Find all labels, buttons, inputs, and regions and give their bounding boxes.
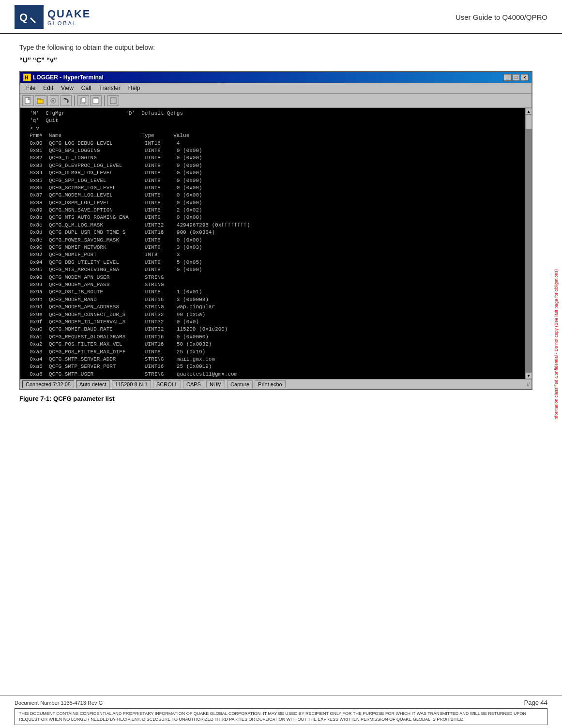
terminal-line: 0x92 QCFG_MDMIF_PORT INT8 3 — [23, 251, 523, 258]
menu-view[interactable]: View — [57, 84, 77, 92]
terminal-line: 0xa2 QCFG_POS_FILTER_MAX_VEL UINT16 50 (… — [23, 341, 523, 348]
svg-rect-14 — [93, 98, 99, 104]
terminal-line: 0xa3 QCFG_POS_FILTER_MAX_DIFF UINT8 25 (… — [23, 349, 523, 356]
terminal-line: 0x88 QCFG_OSPM_LOG_LEVEL UINT8 0 (0x00) — [23, 199, 523, 207]
confidential-sidebar: Information classified Confidential - Do… — [551, 39, 562, 651]
toolbar-dial[interactable] — [60, 95, 72, 106]
svg-text:Q: Q — [19, 11, 28, 23]
confidential-text: Information classified Confidential - Do… — [554, 269, 560, 421]
terminal-line: 0x98 QCFG_MODEM_APN_USER STRING — [23, 274, 523, 281]
terminal-line: 0x9b QCFG_MODEM_BAND UINT16 3 (0x0003) — [23, 296, 523, 303]
titlebar: H LOGGER - HyperTerminal _ □ × — [20, 72, 532, 83]
terminal-line: 0x8e QCFG_POWER_SAVING_MASK UINT8 0 (0x0… — [23, 237, 523, 244]
scroll-up-button[interactable]: ▲ — [525, 108, 532, 115]
terminal-line: 0x95 QCFG_MTS_ARCHIVING_ENA UINT8 0 (0x0… — [23, 266, 523, 273]
page-footer: Document Number 1135-4713 Rev G Page 44 … — [0, 696, 562, 728]
menu-call[interactable]: Call — [77, 84, 95, 92]
status-num: NUM — [206, 380, 225, 388]
menu-edit[interactable]: Edit — [39, 84, 57, 92]
terminal-line: 0x83 QCFG_DLEVPROC_LOG_LEVEL UINT8 0 (0x… — [23, 162, 523, 169]
terminal-line: 0x9f QCFG_MODEM_ID_INTERVAL_S UINT32 0 (… — [23, 318, 523, 326]
toolbar — [20, 94, 532, 108]
status-auto-detect: Auto detect — [76, 380, 110, 388]
terminal-line: 0x8d QCFG_DUPL_USR_CMD_TIME_S UINT16 900… — [23, 229, 523, 236]
menubar: File Edit View Call Transfer Help — [20, 83, 532, 94]
terminal-line: 0x94 QCFG_DBG_UTILITY_LEVEL UINT8 5 (0x0… — [23, 259, 523, 266]
terminal-line: 0xa4 QCFG_SMTP_SERVER_ADDR STRING mail.g… — [23, 356, 523, 363]
menu-transfer[interactable]: Transfer — [95, 84, 124, 92]
titlebar-left: H LOGGER - HyperTerminal — [23, 74, 104, 81]
page-header: Q QUAKE GLOBAL User Guide to Q4000/QPRO — [0, 0, 562, 34]
page-number: Page 44 — [524, 699, 547, 706]
terminal-line: 0x90 QCFG_MDMIF_NETWORK UINT8 3 (0x03) — [23, 244, 523, 251]
logo-text-group: QUAKE GLOBAL — [47, 8, 91, 26]
terminal-line: 0x87 QCFG_MODEM_LOG_LEVEL UINT8 0 (0x00) — [23, 192, 523, 199]
terminal-line: 'q' Quit — [23, 117, 523, 124]
terminal-line: 0x86 QCFG_SCTMGR_LOG_LEVEL UINT8 0 (0x00… — [23, 184, 523, 192]
footer-disclaimer: THIS DOCUMENT CONTAINS CONFIDENTIAL AND … — [15, 708, 547, 725]
terminal-line: 0x9e QCFG_MODEM_CONNECT_DUR_S UINT32 90 … — [23, 311, 523, 318]
logo-name: QUAKE — [47, 8, 91, 20]
terminal-line: 0x84 QCFG_ULMGR_LOG_LEVEL UINT8 0 (0x00) — [23, 169, 523, 177]
terminal-line: 0xa1 QCFG_REQUEST_GLOBALGRAMS UINT16 0 (… — [23, 334, 523, 341]
terminal-area: 'M' CfgMgr 'D' Default Qcfgs 'q' Quit > … — [20, 108, 532, 379]
terminal-line: 0x9a QCFG_OSI_IB_ROUTE UINT8 1 (0x01) — [23, 288, 523, 296]
status-indicator: // — [288, 382, 530, 387]
svg-rect-15 — [110, 98, 116, 104]
command-text: “U” “C” “v” — [19, 56, 543, 64]
status-caps: CAPS — [183, 380, 204, 388]
svg-point-10 — [52, 100, 54, 102]
terminal-line: 0x80 QCFG_LOG_DEBUG_LEVEL INT16 4 — [23, 140, 523, 147]
status-baud: 115200 8-N-1 — [112, 380, 151, 388]
terminal-line: 0xa7 QCFG_SMTP_PASS STRING Quaketest11 — [23, 378, 523, 379]
scroll-thumb[interactable] — [525, 115, 532, 129]
menu-file[interactable]: File — [22, 84, 39, 92]
titlebar-controls[interactable]: _ □ × — [503, 74, 529, 81]
status-connected: Connected 7:32:08 — [22, 380, 74, 388]
logo-icon: Q — [15, 5, 44, 29]
toolbar-open[interactable] — [35, 95, 46, 106]
doc-number: Document Number 1135-4713 Rev G — [15, 700, 103, 706]
terminal-line: 0x99 QCFG_MODEM_APN_PASS STRING — [23, 281, 523, 288]
titlebar-icon: H — [23, 74, 31, 81]
svg-rect-8 — [37, 98, 40, 100]
terminal-line: 'M' CfgMgr 'D' Default Qcfgs — [23, 110, 523, 117]
terminal-line: > v — [23, 125, 523, 132]
terminal-line: 0x85 QCFG_SPP_LOG_LEVEL UINT8 0 (0x00) — [23, 177, 523, 184]
vertical-scrollbar[interactable]: ▲ ▼ — [525, 108, 532, 379]
terminal-line: 0x9d QCFG_MODEM_APN_ADDRESS STRING wap.c… — [23, 303, 523, 311]
restore-button[interactable]: □ — [512, 74, 520, 81]
instruction-text: Type the following to obtain the output … — [19, 44, 543, 51]
terminal-content: 'M' CfgMgr 'D' Default Qcfgs 'q' Quit > … — [20, 108, 532, 379]
terminal-line: 0x8b QCFG_MTS_AUTO_ROAMING_ENA UINT8 0 (… — [23, 214, 523, 221]
window-title: LOGGER - HyperTerminal — [33, 74, 104, 81]
toolbar-separator-2 — [104, 95, 105, 106]
status-capture: Capture — [227, 380, 253, 388]
toolbar-paste[interactable] — [90, 95, 102, 106]
hyperterminal-window: H LOGGER - HyperTerminal _ □ × File Edit… — [19, 71, 532, 390]
logo-area: Q QUAKE GLOBAL — [15, 5, 91, 29]
terminal-line: 0x89 QCFG_MSN_SAVE_OPTION UINT8 2 (0x02) — [23, 207, 523, 214]
footer-top: Document Number 1135-4713 Rev G Page 44 — [15, 699, 547, 706]
svg-rect-6 — [28, 98, 30, 100]
scroll-track[interactable] — [525, 115, 532, 372]
close-button[interactable]: × — [521, 74, 529, 81]
toolbar-separator-1 — [74, 95, 75, 106]
terminal-line: 0x8c QCFG_QLM_LOG_MASK UINT32 4294967295… — [23, 222, 523, 229]
toolbar-extra[interactable] — [107, 95, 119, 106]
main-content: Type the following to obtain the output … — [0, 34, 562, 422]
terminal-line: 0xa5 QCFG_SMTP_SERVER_PORT UINT16 25 (0x… — [23, 363, 523, 370]
toolbar-copy[interactable] — [77, 95, 89, 106]
header-title: User Guide to Q4000/QPRO — [456, 13, 547, 21]
toolbar-new[interactable] — [22, 95, 34, 106]
scroll-down-button[interactable]: ▼ — [525, 372, 532, 379]
minimize-button[interactable]: _ — [503, 74, 511, 81]
terminal-line: 0xa0 QCFG_MDMIF_BAUD_RATE UINT32 115200 … — [23, 326, 523, 333]
statusbar: Connected 7:32:08 Auto detect 115200 8-N… — [20, 379, 532, 389]
menu-help[interactable]: Help — [124, 84, 144, 92]
status-scroll: SCROLL — [153, 380, 181, 388]
toolbar-props[interactable] — [47, 95, 59, 106]
figure-caption: Figure 7-1: QCFG parameter list — [19, 395, 543, 402]
svg-rect-12 — [82, 98, 86, 103]
status-print-echo: Print echo — [255, 380, 286, 388]
